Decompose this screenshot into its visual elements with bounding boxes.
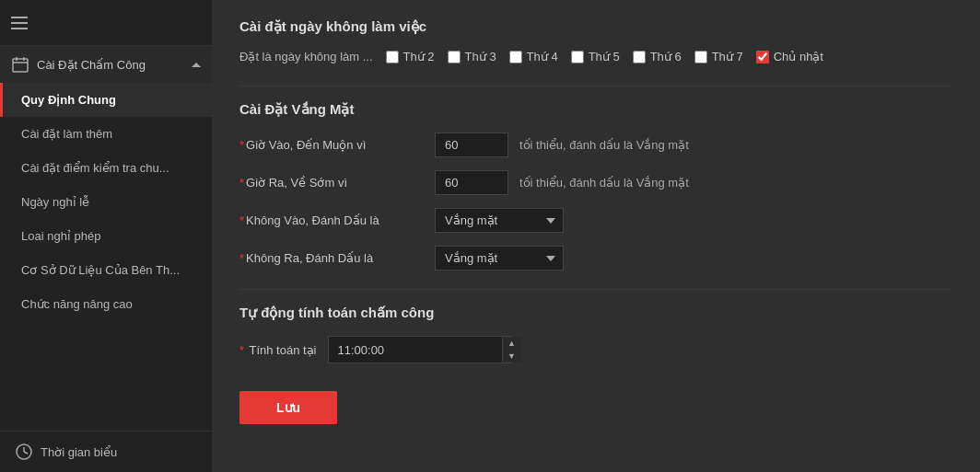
checkbox-input-thu6[interactable] <box>633 51 646 63</box>
checkbox-label-thu5: Thứ 5 <box>589 50 620 63</box>
nav-item-chuc-nang-nang-cao[interactable]: Chức năng nâng cao <box>0 287 212 321</box>
checkbox-thu4[interactable]: Thứ 4 <box>509 50 558 63</box>
nonwork-row-label: Đặt là ngày không làm ... <box>239 50 373 63</box>
save-button[interactable]: Lưu <box>239 391 337 424</box>
checkbox-label-thu7: Thứ 7 <box>712 50 743 63</box>
checkbox-label-thu2: Thứ 2 <box>403 50 435 63</box>
nav-item-lam-them[interactable]: Cài đặt làm thêm <box>0 117 212 151</box>
checkbox-input-thu7[interactable] <box>694 51 707 63</box>
svg-rect-0 <box>13 59 28 72</box>
spinner-down-btn[interactable]: ▼ <box>503 350 521 363</box>
section-divider-2 <box>239 289 952 290</box>
nav-item-loai-nghi-phep[interactable]: Loai nghỉ phép <box>0 219 212 253</box>
checkbox-thu7[interactable]: Thứ 7 <box>694 50 743 63</box>
nav-item-diem-kiem-tra[interactable]: Cài đặt điểm kiểm tra chu... <box>0 151 212 185</box>
absence-suffix-gio-ra: tối thiểu, đánh dấu là Vắng mặt <box>519 176 689 190</box>
sidebar-header <box>0 0 212 46</box>
chevron-up-icon <box>192 63 201 67</box>
nonwork-section-title: Cài đặt ngày không làm việc <box>239 18 952 35</box>
absence-label-gio-vao: *Giờ Vào, Đến Muộn vì <box>239 138 424 152</box>
checkbox-label-chunhat: Chủ nhật <box>774 50 823 63</box>
section-divider-1 <box>239 86 952 86</box>
checkbox-input-chunhat[interactable] <box>756 51 769 63</box>
checkbox-input-thu3[interactable] <box>448 51 461 63</box>
sidebar-section-chamcong[interactable]: Cài Đặt Chấm Công <box>0 46 212 83</box>
time-input[interactable] <box>329 339 502 362</box>
time-input-wrap: ▲ ▼ <box>328 336 512 363</box>
absence-suffix-gio-vao: tối thiểu, đánh dấu là Vắng mặt <box>519 138 689 152</box>
main-content: Cài đặt ngày không làm việc Đặt là ngày … <box>212 0 980 472</box>
time-spinner: ▲ ▼ <box>502 337 521 363</box>
checkbox-input-thu2[interactable] <box>386 51 399 63</box>
checkbox-thu5[interactable]: Thứ 5 <box>571 50 620 63</box>
sidebar-footer[interactable]: Thời gian biểu <box>0 431 212 472</box>
absence-row-gio-ra: *Giờ Ra, Về Sớm vì tối thiểu, đánh dấu l… <box>239 170 952 195</box>
absence-label-gio-ra: *Giờ Ra, Về Sớm vì <box>239 176 424 190</box>
checkbox-input-thu5[interactable] <box>571 51 584 63</box>
nav-item-ngay-nghi-le[interactable]: Ngày nghỉ lễ <box>0 185 212 219</box>
absence-section-title: Cài Đặt Vắng Mặt <box>239 101 952 118</box>
checkbox-thu3[interactable]: Thứ 3 <box>448 50 496 63</box>
auto-calc-title: Tự động tính toán chấm công <box>239 305 952 321</box>
absence-select-khong-vao[interactable]: Vắng mặt Có mặt <box>435 208 564 233</box>
sidebar-nav: Quy Định Chung Cài đặt làm thêm Cài đặt … <box>0 83 212 321</box>
checkbox-label-thu4: Thứ 4 <box>527 50 558 63</box>
checkbox-input-thu4[interactable] <box>509 51 522 63</box>
absence-grid: *Giờ Vào, Đến Muộn vì tối thiểu, đánh dấ… <box>239 132 952 271</box>
clock-icon <box>15 443 33 461</box>
auto-calc-section: Tự động tính toán chấm công * Tính toán … <box>239 289 952 363</box>
calc-row: * Tính toán tại ▲ ▼ <box>239 336 952 363</box>
checkbox-chunhat[interactable]: Chủ nhật <box>756 50 823 63</box>
calendar-icon <box>11 55 29 74</box>
nav-item-co-so-du-lieu[interactable]: Cơ Sở Dữ Liệu Của Bên Th... <box>0 253 212 287</box>
absence-row-khong-ra: *Không Ra, Đánh Dấu là Vắng mặt Có mặt <box>239 246 952 271</box>
absence-label-khong-ra: *Không Ra, Đánh Dấu là <box>239 251 424 265</box>
spinner-up-btn[interactable]: ▲ <box>503 337 521 350</box>
absence-input-gio-vao[interactable] <box>435 132 508 157</box>
hamburger-icon[interactable] <box>11 17 28 29</box>
save-row: Lưu <box>239 391 952 424</box>
sidebar-footer-label: Thời gian biểu <box>41 445 117 459</box>
calc-label: * Tính toán tại <box>239 343 317 357</box>
absence-row-gio-vao: *Giờ Vào, Đến Muộn vì tối thiểu, đánh dấ… <box>239 132 952 157</box>
sidebar: Cài Đặt Chấm Công Quy Định Chung Cài đặt… <box>0 0 212 472</box>
checkbox-label-thu3: Thứ 3 <box>465 50 496 63</box>
checkbox-thu2[interactable]: Thứ 2 <box>386 50 435 63</box>
absence-label-khong-vao: *Không Vào, Đánh Dấu là <box>239 213 424 227</box>
nav-item-quy-dinh-chung[interactable]: Quy Định Chung <box>0 83 212 117</box>
absence-input-gio-ra[interactable] <box>435 170 508 195</box>
sidebar-section-label: Cài Đặt Chấm Công <box>37 58 184 72</box>
absence-select-khong-ra[interactable]: Vắng mặt Có mặt <box>435 246 564 271</box>
svg-line-6 <box>24 452 28 454</box>
nonwork-row: Đặt là ngày không làm ... Thứ 2 Thứ 3 Th… <box>239 50 952 63</box>
checkbox-thu6[interactable]: Thứ 6 <box>633 50 682 63</box>
absence-row-khong-vao: *Không Vào, Đánh Dấu là Vắng mặt Có mặt <box>239 208 952 233</box>
checkbox-label-thu6: Thứ 6 <box>650 50 682 63</box>
